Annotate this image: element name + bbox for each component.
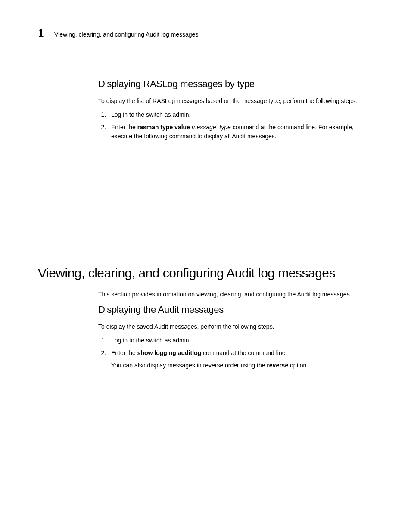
- intro-text: To display the list of RASLog messages b…: [98, 96, 373, 105]
- main-heading-audit: Viewing, clearing, and configuring Audit…: [38, 266, 373, 280]
- note-text: You can also display messages in reverse…: [111, 362, 267, 369]
- steps-list: Log in to the switch as admin. Enter the…: [98, 336, 373, 370]
- intro-text: This section provides information on vie…: [98, 290, 373, 299]
- step-text: command at the command line.: [201, 349, 287, 356]
- command-arg: message_type: [190, 124, 231, 131]
- section-audit-log: Viewing, clearing, and configuring Audit…: [38, 266, 373, 370]
- step-text: Enter the: [111, 124, 137, 131]
- option-text: reverse: [267, 362, 288, 369]
- step-item: Log in to the switch as admin.: [108, 336, 373, 345]
- step-item: Log in to the switch as admin.: [108, 110, 373, 119]
- steps-list: Log in to the switch as admin. Enter the…: [98, 110, 373, 141]
- step-item: Enter the show logging auditlog command …: [108, 348, 373, 370]
- page-header: 1 Viewing, clearing, and configuring Aud…: [38, 26, 373, 40]
- subheading-display-audit: Displaying the Audit messages: [98, 304, 373, 315]
- step-item: Enter the rasman type value message_type…: [108, 123, 373, 141]
- section-raslog-by-type: Displaying RASLog messages by type To di…: [98, 78, 373, 141]
- command-text: rasman type value: [137, 124, 190, 131]
- section-body: This section provides information on vie…: [98, 290, 373, 370]
- chapter-number: 1: [38, 26, 44, 40]
- step-text: Enter the: [111, 349, 137, 356]
- note-text: option.: [288, 362, 308, 369]
- subheading-raslog-type: Displaying RASLog messages by type: [98, 78, 373, 90]
- running-header-title: Viewing, clearing, and configuring Audit…: [54, 31, 198, 38]
- command-text: show logging auditlog: [137, 349, 202, 356]
- step-note: You can also display messages in reverse…: [111, 361, 373, 370]
- page: 1 Viewing, clearing, and configuring Aud…: [0, 0, 411, 399]
- intro-text: To display the saved Audit messages, per…: [98, 322, 373, 331]
